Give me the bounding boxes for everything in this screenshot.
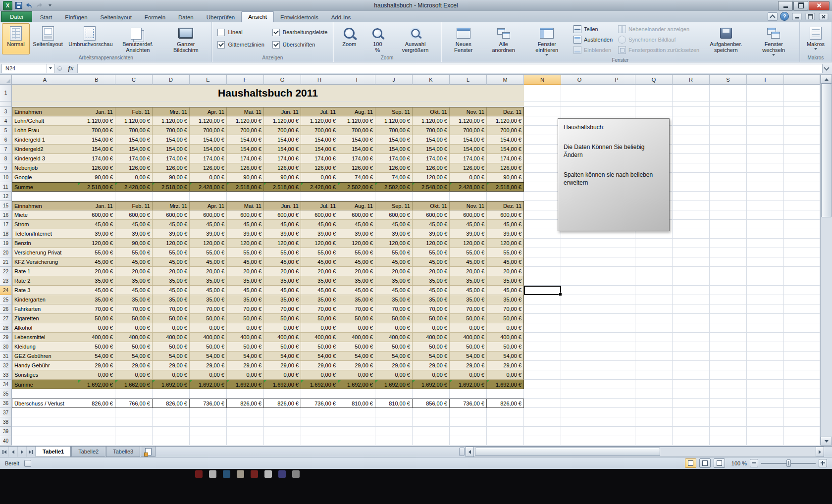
cell-F7[interactable]: 154,00 € bbox=[227, 145, 264, 154]
cell-U5[interactable] bbox=[784, 126, 820, 135]
cell-K22[interactable]: 20,00 € bbox=[413, 267, 450, 276]
cell-J31[interactable]: 54,00 € bbox=[375, 352, 413, 361]
cell-G5[interactable]: 700,00 € bbox=[264, 126, 301, 135]
scroll-right-button[interactable] bbox=[816, 447, 824, 457]
cell-J25[interactable]: 35,00 € bbox=[375, 295, 413, 304]
cell-N6[interactable] bbox=[524, 135, 561, 145]
cell-U7[interactable] bbox=[784, 145, 820, 154]
cell-P33[interactable] bbox=[598, 370, 635, 380]
cell-T40[interactable] bbox=[747, 436, 784, 446]
cell-J32[interactable]: 29,00 € bbox=[375, 361, 413, 370]
cell-E23[interactable]: 35,00 € bbox=[190, 276, 227, 286]
cell-Q3[interactable] bbox=[635, 107, 673, 116]
cell-A24[interactable]: Rate 3 bbox=[12, 286, 78, 295]
ribbon-tab-seitenlayout[interactable]: Seitenlayout bbox=[94, 12, 138, 22]
cell-C16[interactable]: 600,00 € bbox=[115, 210, 153, 220]
row-header-27[interactable]: 27 bbox=[0, 314, 12, 323]
cell-C21[interactable]: 45,00 € bbox=[115, 257, 153, 267]
cell-I12[interactable] bbox=[338, 192, 375, 201]
cell-S22[interactable] bbox=[710, 267, 747, 276]
cell-M9[interactable]: 126,00 € bbox=[487, 163, 524, 173]
cell-U28[interactable] bbox=[784, 323, 820, 333]
cell-N15[interactable] bbox=[524, 201, 561, 210]
cell-N17[interactable] bbox=[524, 220, 561, 229]
cell-A33[interactable]: Sonstiges bbox=[12, 370, 78, 380]
cell-M6[interactable]: 154,00 € bbox=[487, 135, 524, 145]
cell-C20[interactable]: 55,00 € bbox=[115, 248, 153, 257]
cell-S16[interactable] bbox=[710, 210, 747, 220]
cell-S27[interactable] bbox=[710, 314, 747, 323]
cell-A39[interactable] bbox=[12, 427, 78, 436]
cell-L37[interactable] bbox=[450, 408, 487, 417]
cell-G23[interactable]: 35,00 € bbox=[264, 276, 301, 286]
cell-N2[interactable] bbox=[524, 101, 561, 107]
cell-T27[interactable] bbox=[747, 314, 784, 323]
cell-Q29[interactable] bbox=[635, 333, 673, 342]
cell-I11[interactable]: 2.502,00 € bbox=[338, 182, 375, 192]
cell-M32[interactable]: 29,00 € bbox=[487, 361, 524, 370]
vertical-scroll-thumb[interactable] bbox=[821, 84, 832, 217]
row-header-37[interactable]: 37 bbox=[0, 408, 12, 417]
ruler-checkbox[interactable]: Lineal bbox=[217, 29, 264, 36]
cell-D9[interactable]: 126,00 € bbox=[153, 163, 190, 173]
cell-B26[interactable]: 70,00 € bbox=[78, 304, 115, 314]
cell-S28[interactable] bbox=[710, 323, 747, 333]
cell-M30[interactable]: 50,00 € bbox=[487, 342, 524, 352]
cell-R39[interactable] bbox=[673, 427, 710, 436]
cell-T3[interactable] bbox=[747, 107, 784, 116]
cell-U18[interactable] bbox=[784, 229, 820, 239]
cell-I32[interactable]: 29,00 € bbox=[338, 361, 375, 370]
zoom-to-selection-button[interactable]: Auswahl vergrößern bbox=[392, 23, 438, 54]
cell-B4[interactable]: 1.120,00 € bbox=[78, 116, 115, 126]
cell-F38[interactable] bbox=[227, 417, 264, 427]
cell-E30[interactable]: 50,00 € bbox=[190, 342, 227, 352]
cell-U17[interactable] bbox=[784, 220, 820, 229]
cell-J40[interactable] bbox=[375, 436, 413, 446]
cell-U37[interactable] bbox=[784, 408, 820, 417]
col-header-H[interactable]: H bbox=[301, 75, 338, 85]
cell-F35[interactable] bbox=[227, 389, 264, 399]
window-close-button[interactable] bbox=[809, 1, 830, 10]
row-header-23[interactable]: 23 bbox=[0, 276, 12, 286]
cell-B30[interactable]: 50,00 € bbox=[78, 342, 115, 352]
cell-D36[interactable]: 826,00 € bbox=[153, 399, 190, 408]
cell-F12[interactable] bbox=[227, 192, 264, 201]
cell-S5[interactable] bbox=[710, 126, 747, 135]
col-header-S[interactable]: S bbox=[710, 75, 747, 85]
cell-E20[interactable]: 55,00 € bbox=[190, 248, 227, 257]
cell-A36[interactable]: Überschuss / Verlust bbox=[12, 399, 78, 408]
cell-D38[interactable] bbox=[153, 417, 190, 427]
cell-E8[interactable]: 174,00 € bbox=[190, 154, 227, 163]
cell-P23[interactable] bbox=[598, 276, 635, 286]
vertical-scrollbar[interactable] bbox=[820, 75, 832, 446]
qat-customize-dropdown[interactable] bbox=[46, 1, 54, 10]
cell-E39[interactable] bbox=[190, 427, 227, 436]
cell-Q30[interactable] bbox=[635, 342, 673, 352]
scroll-down-button[interactable] bbox=[821, 437, 832, 446]
cell-U8[interactable] bbox=[784, 154, 820, 163]
cell-R32[interactable] bbox=[673, 361, 710, 370]
cell-R40[interactable] bbox=[673, 436, 710, 446]
cell-L35[interactable] bbox=[450, 389, 487, 399]
cell-M5[interactable]: 700,00 € bbox=[487, 126, 524, 135]
cell-N37[interactable] bbox=[524, 408, 561, 417]
cell-E19[interactable]: 120,00 € bbox=[190, 239, 227, 248]
cell-C26[interactable]: 70,00 € bbox=[115, 304, 153, 314]
macros-button[interactable]: Makros bbox=[802, 23, 830, 54]
cell-T37[interactable] bbox=[747, 408, 784, 417]
cell-L5[interactable]: 700,00 € bbox=[450, 126, 487, 135]
cell-R25[interactable] bbox=[673, 295, 710, 304]
row-header-15[interactable]: 15 bbox=[0, 201, 12, 210]
cell-Q19[interactable] bbox=[635, 239, 673, 248]
cell-C9[interactable]: 126,00 € bbox=[115, 163, 153, 173]
cell-T39[interactable] bbox=[747, 427, 784, 436]
cell-K17[interactable]: 45,00 € bbox=[413, 220, 450, 229]
cell-D30[interactable]: 50,00 € bbox=[153, 342, 190, 352]
cell-N16[interactable] bbox=[524, 210, 561, 220]
cell-D10[interactable]: 90,00 € bbox=[153, 173, 190, 182]
cell-T5[interactable] bbox=[747, 126, 784, 135]
cell-C37[interactable] bbox=[115, 408, 153, 417]
cell-E40[interactable] bbox=[190, 436, 227, 446]
cell-U3[interactable] bbox=[784, 107, 820, 116]
cell-F23[interactable]: 35,00 € bbox=[227, 276, 264, 286]
